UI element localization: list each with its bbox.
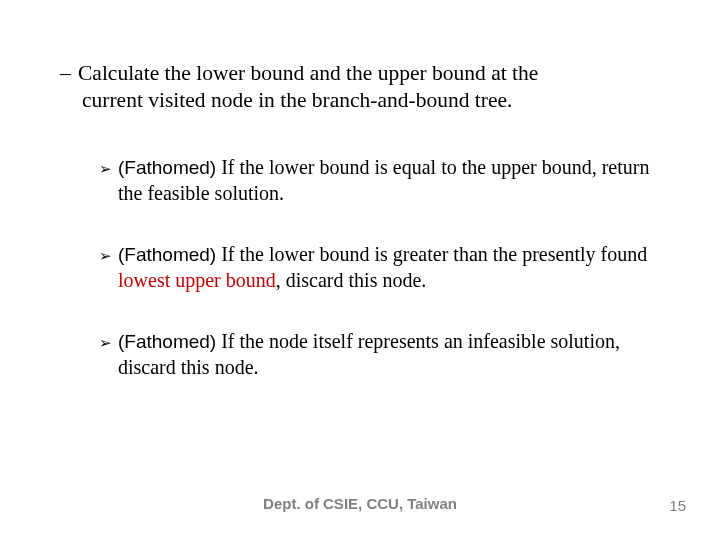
- item-text: (Fathomed) If the lower bound is equal t…: [118, 155, 662, 206]
- arrow-icon: ➢: [99, 159, 112, 178]
- fathomed-label: (Fathomed): [118, 331, 216, 352]
- page-number: 15: [669, 497, 686, 514]
- dash-bullet: –: [60, 60, 78, 87]
- main-bullet: –Calculate the lower bound and the upper…: [62, 60, 662, 114]
- arrow-icon: ➢: [99, 246, 112, 265]
- fathomed-label: (Fathomed): [118, 157, 216, 178]
- list-item: ➢ (Fathomed) If the lower bound is great…: [102, 242, 662, 293]
- item-text: (Fathomed) If the lower bound is greater…: [118, 242, 662, 293]
- list-item: ➢ (Fathomed) If the lower bound is equal…: [102, 155, 662, 206]
- red-text: lowest upper bound: [118, 269, 276, 291]
- footer-text: Dept. of CSIE, CCU, Taiwan: [0, 495, 720, 512]
- fathomed-label: (Fathomed): [118, 244, 216, 265]
- item-rest-b: , discard this node.: [276, 269, 427, 291]
- sub-list: ➢ (Fathomed) If the lower bound is equal…: [102, 155, 662, 417]
- item-rest-a: If the lower bound is greater than the p…: [216, 243, 647, 265]
- item-text: (Fathomed) If the node itself represents…: [118, 329, 662, 380]
- slide: –Calculate the lower bound and the upper…: [0, 0, 720, 540]
- arrow-icon: ➢: [99, 333, 112, 352]
- main-text-line2: current visited node in the branch-and-b…: [82, 88, 512, 112]
- main-text-line1: Calculate the lower bound and the upper …: [78, 61, 538, 85]
- list-item: ➢ (Fathomed) If the node itself represen…: [102, 329, 662, 380]
